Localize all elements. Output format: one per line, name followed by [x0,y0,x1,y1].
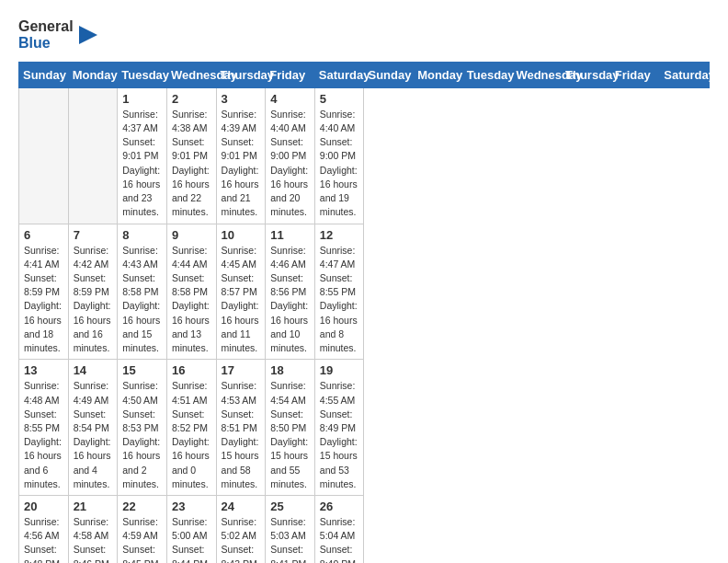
calendar-cell: 24Sunrise: 5:02 AMSunset: 8:43 PMDayligh… [216,496,266,563]
day-number: 22 [122,500,162,513]
day-info: Sunrise: 4:46 AMSunset: 8:56 PMDaylight:… [270,244,310,356]
day-info: Sunrise: 5:04 AMSunset: 8:40 PMDaylight:… [320,515,359,563]
calendar-week-1: 1Sunrise: 4:37 AMSunset: 9:01 PMDaylight… [19,87,710,224]
calendar-cell: 23Sunrise: 5:00 AMSunset: 8:44 PMDayligh… [166,496,216,563]
day-info: Sunrise: 4:42 AMSunset: 8:59 PMDaylight:… [74,244,113,356]
day-info: Sunrise: 4:54 AMSunset: 8:50 PMDaylight:… [270,379,310,491]
day-info: Sunrise: 4:38 AMSunset: 9:01 PMDaylight:… [172,108,211,220]
calendar-header-row: SundayMondayTuesdayWednesdayThursdayFrid… [19,62,710,87]
calendar-week-3: 13Sunrise: 4:48 AMSunset: 8:55 PMDayligh… [19,360,710,496]
day-number: 2 [172,92,211,106]
day-info: Sunrise: 4:55 AMSunset: 8:49 PMDaylight:… [320,379,359,491]
col-header-monday: Monday [68,62,118,87]
calendar-cell: 20Sunrise: 4:56 AMSunset: 8:48 PMDayligh… [19,496,69,563]
col-header-sunday: Sunday [19,62,69,87]
calendar-cell: 13Sunrise: 4:48 AMSunset: 8:55 PMDayligh… [19,360,69,496]
day-number: 24 [222,500,261,513]
col-header-friday: Friday [266,62,315,87]
day-info: Sunrise: 4:48 AMSunset: 8:55 PMDaylight:… [24,379,63,491]
day-info: Sunrise: 4:51 AMSunset: 8:52 PMDaylight:… [172,379,211,491]
day-number: 17 [222,363,261,377]
col-header-saturday: Saturday [660,62,710,87]
day-info: Sunrise: 4:49 AMSunset: 8:54 PMDaylight:… [74,379,113,491]
day-info: Sunrise: 4:37 AMSunset: 9:01 PMDaylight:… [122,108,162,220]
day-number: 18 [270,363,310,377]
day-info: Sunrise: 4:53 AMSunset: 8:51 PMDaylight:… [222,379,261,491]
day-number: 8 [122,228,162,242]
calendar-cell: 11Sunrise: 4:46 AMSunset: 8:56 PMDayligh… [266,224,315,360]
day-number: 6 [24,228,63,242]
calendar-cell: 17Sunrise: 4:53 AMSunset: 8:51 PMDayligh… [216,360,266,496]
day-info: Sunrise: 4:41 AMSunset: 8:59 PMDaylight:… [24,244,63,356]
calendar-cell: 18Sunrise: 4:54 AMSunset: 8:50 PMDayligh… [266,360,315,496]
logo-general: General [18,18,74,35]
logo-blue: Blue [18,35,74,52]
col-header-tuesday: Tuesday [118,62,167,87]
calendar-week-2: 6Sunrise: 4:41 AMSunset: 8:59 PMDaylight… [19,224,710,360]
calendar-cell [19,87,69,224]
col-header-wednesday: Wednesday [512,62,562,87]
calendar-cell: 22Sunrise: 4:59 AMSunset: 8:45 PMDayligh… [118,496,167,563]
calendar-cell: 1Sunrise: 4:37 AMSunset: 9:01 PMDaylight… [118,87,167,224]
day-info: Sunrise: 4:40 AMSunset: 9:00 PMDaylight:… [270,108,310,220]
day-info: Sunrise: 4:50 AMSunset: 8:53 PMDaylight:… [122,379,162,491]
day-number: 4 [270,92,310,106]
calendar-cell: 9Sunrise: 4:44 AMSunset: 8:58 PMDaylight… [166,224,216,360]
day-number: 7 [74,228,113,242]
col-header-thursday: Thursday [562,62,611,87]
day-info: Sunrise: 4:45 AMSunset: 8:57 PMDaylight:… [222,244,261,356]
calendar-cell: 8Sunrise: 4:43 AMSunset: 8:58 PMDaylight… [118,224,167,360]
calendar-cell [68,87,118,224]
day-info: Sunrise: 4:40 AMSunset: 9:00 PMDaylight:… [320,108,359,220]
col-header-tuesday: Tuesday [462,62,512,87]
calendar-cell: 10Sunrise: 4:45 AMSunset: 8:57 PMDayligh… [216,224,266,360]
calendar-cell: 3Sunrise: 4:39 AMSunset: 9:01 PMDaylight… [216,87,266,224]
day-number: 11 [270,228,310,242]
day-number: 21 [74,500,113,513]
day-info: Sunrise: 4:39 AMSunset: 9:01 PMDaylight:… [222,108,261,220]
svg-marker-0 [79,26,97,44]
day-info: Sunrise: 4:59 AMSunset: 8:45 PMDaylight:… [122,515,162,563]
day-info: Sunrise: 4:58 AMSunset: 8:46 PMDaylight:… [74,515,113,563]
day-info: Sunrise: 4:56 AMSunset: 8:48 PMDaylight:… [24,515,63,563]
col-header-wednesday: Wednesday [166,62,216,87]
day-number: 13 [24,363,63,377]
day-number: 9 [172,228,211,242]
day-number: 19 [320,363,359,377]
calendar-cell: 14Sunrise: 4:49 AMSunset: 8:54 PMDayligh… [68,360,118,496]
day-number: 16 [172,363,211,377]
calendar-cell: 7Sunrise: 4:42 AMSunset: 8:59 PMDaylight… [68,224,118,360]
col-header-sunday: Sunday [364,62,414,87]
day-number: 15 [122,363,162,377]
calendar-cell: 4Sunrise: 4:40 AMSunset: 9:00 PMDaylight… [266,87,315,224]
day-number: 3 [222,92,261,106]
col-header-monday: Monday [414,62,463,87]
calendar-cell: 6Sunrise: 4:41 AMSunset: 8:59 PMDaylight… [19,224,69,360]
page-header: General Blue [18,18,710,52]
day-info: Sunrise: 4:47 AMSunset: 8:55 PMDaylight:… [320,244,359,356]
day-number: 25 [270,500,310,513]
col-header-thursday: Thursday [216,62,266,87]
day-number: 23 [172,500,211,513]
calendar-cell: 2Sunrise: 4:38 AMSunset: 9:01 PMDaylight… [166,87,216,224]
calendar-cell: 15Sunrise: 4:50 AMSunset: 8:53 PMDayligh… [118,360,167,496]
calendar-cell: 12Sunrise: 4:47 AMSunset: 8:55 PMDayligh… [314,224,364,360]
calendar-table: SundayMondayTuesdayWednesdayThursdayFrid… [18,62,710,563]
day-info: Sunrise: 4:43 AMSunset: 8:58 PMDaylight:… [122,244,162,356]
calendar-cell: 19Sunrise: 4:55 AMSunset: 8:49 PMDayligh… [314,360,364,496]
day-number: 20 [24,500,63,513]
day-info: Sunrise: 5:02 AMSunset: 8:43 PMDaylight:… [222,515,261,563]
calendar-cell: 5Sunrise: 4:40 AMSunset: 9:00 PMDaylight… [314,87,364,224]
day-number: 1 [122,92,162,106]
col-header-friday: Friday [610,62,660,87]
day-info: Sunrise: 4:44 AMSunset: 8:58 PMDaylight:… [172,244,211,356]
logo-text: General Blue [18,18,74,52]
day-number: 10 [222,228,261,242]
calendar-cell: 25Sunrise: 5:03 AMSunset: 8:41 PMDayligh… [266,496,315,563]
calendar-cell: 26Sunrise: 5:04 AMSunset: 8:40 PMDayligh… [314,496,364,563]
logo-arrow-icon [79,21,97,49]
calendar-cell: 21Sunrise: 4:58 AMSunset: 8:46 PMDayligh… [68,496,118,563]
calendar-week-4: 20Sunrise: 4:56 AMSunset: 8:48 PMDayligh… [19,496,710,563]
logo: General Blue [18,18,97,52]
day-info: Sunrise: 5:03 AMSunset: 8:41 PMDaylight:… [270,515,310,563]
